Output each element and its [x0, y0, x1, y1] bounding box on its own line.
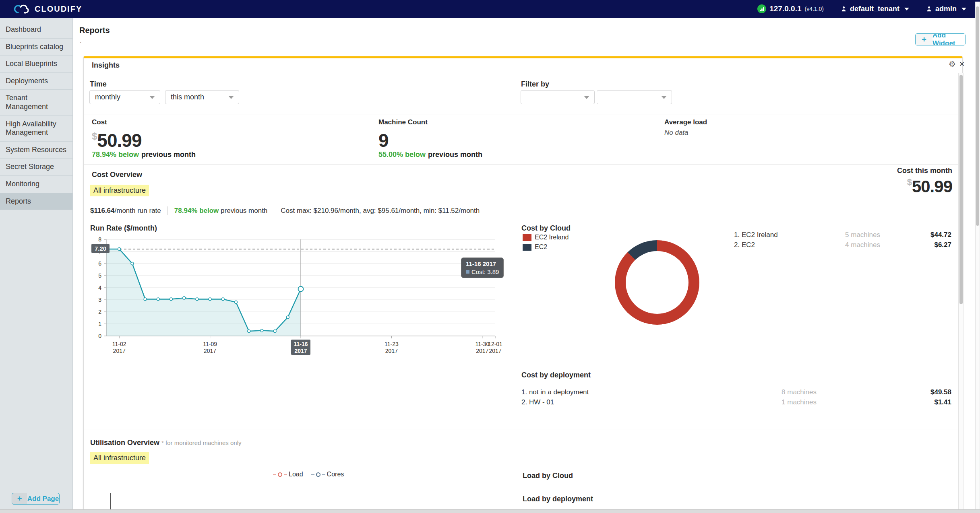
manager-version: (v4.1.0)	[805, 6, 824, 12]
user-menu[interactable]: admin	[926, 5, 966, 13]
widget-close-icon[interactable]: ✕	[959, 60, 965, 68]
cost-by-deployment-title: Cost by deployment	[521, 371, 591, 379]
time-granularity-select[interactable]: monthly	[89, 90, 160, 104]
sidebar-item-system-resources[interactable]: System Resources	[0, 142, 72, 159]
threshold-badge: 7.20	[91, 244, 110, 253]
table-row: 2. HW - 011 machines$1.41	[521, 397, 951, 407]
sidebar: DashboardBlueprints catalogLocal Bluepri…	[0, 18, 73, 513]
legend-circle-icon	[278, 472, 282, 477]
legend-item-load[interactable]: Load	[273, 471, 303, 478]
cost-stat-label: Cost	[92, 118, 107, 126]
svg-text:2017: 2017	[113, 348, 126, 354]
row-name: 1. not in a deployment	[521, 388, 716, 396]
manager-status[interactable]: 127.0.0.1 (v4.1.0)	[757, 4, 824, 13]
manager-ip: 127.0.0.1	[769, 4, 801, 13]
series-swatch-icon	[466, 270, 469, 274]
add-page-button[interactable]: + Add Page	[12, 493, 60, 505]
legend-swatch-icon	[523, 234, 531, 241]
run-rate-chart[interactable]: 01234567811-02201711-09201711-16201711-2…	[81, 233, 515, 361]
svg-text:11-30: 11-30	[475, 341, 489, 347]
sidebar-item-deployments[interactable]: Deployments	[0, 73, 72, 90]
legend-line-icon	[284, 474, 287, 475]
time-range-value: this month	[171, 93, 204, 101]
add-widget-button[interactable]: + Add Widget	[915, 33, 966, 45]
cost-overview-title: Cost Overview	[92, 171, 142, 179]
cost-stat-delta: 78.94% belowprevious month	[92, 150, 196, 159]
row-value: $6.27	[880, 241, 951, 249]
cost-stat-value: $50.99	[92, 131, 141, 150]
header-divider	[79, 50, 966, 50]
chevron-down-icon	[961, 8, 966, 10]
widget-scrollbar-thumb[interactable]	[959, 75, 963, 304]
table-row: 1. EC2 Ireland5 machines$44.72	[734, 230, 951, 240]
donut-hole	[626, 251, 688, 314]
cost-by-cloud-title: Cost by Cloud	[521, 224, 571, 233]
sidebar-item-secret-storage[interactable]: Secret Storage	[0, 159, 72, 176]
chevron-down-icon	[904, 8, 909, 10]
svg-text:12-01: 12-01	[488, 341, 502, 347]
sidebar-item-tenant-management[interactable]: Tenant Management	[0, 90, 72, 115]
row-value: $1.41	[817, 398, 951, 406]
filter-by-select-2[interactable]	[597, 90, 672, 104]
cost-this-month-label: Cost this month	[751, 167, 952, 175]
row-machines: 1 machines	[716, 398, 817, 406]
run-rate-summary: $116.64/month run rate 78.94% below prev…	[90, 206, 480, 215]
legend-item-ec2-ireland[interactable]: EC2 Ireland	[523, 234, 569, 241]
time-label: Time	[90, 80, 107, 89]
page-scrollbar-thumb[interactable]	[976, 6, 979, 226]
tenant-menu[interactable]: default_tenant	[841, 5, 909, 13]
sidebar-item-blueprints-catalog[interactable]: Blueprints catalog	[0, 39, 72, 56]
svg-text:2017: 2017	[385, 348, 398, 354]
utilisation-legend: LoadCores	[273, 471, 344, 478]
legend-item-ec2[interactable]: EC2	[523, 243, 569, 251]
chevron-down-icon	[149, 96, 155, 99]
widget-header-divider	[84, 73, 962, 73]
tenant-name: default_tenant	[850, 5, 899, 13]
svg-text:2017: 2017	[489, 348, 501, 354]
widget-title: Insights	[92, 61, 120, 70]
legend-circle-icon	[316, 472, 320, 477]
add-widget-label: Add Widget	[932, 34, 965, 45]
legend-item-cores[interactable]: Cores	[311, 471, 344, 478]
user-name: admin	[935, 5, 957, 13]
widget-settings-gear-icon[interactable]: ⚙	[949, 59, 956, 69]
filter-by-label: Filter by	[521, 80, 549, 89]
svg-text:2017: 2017	[294, 348, 307, 354]
svg-text:6: 6	[98, 260, 101, 267]
legend-swatch-icon	[523, 244, 531, 251]
row-name: 2. HW - 01	[521, 398, 716, 406]
sidebar-menu: DashboardBlueprints catalogLocal Bluepri…	[0, 18, 72, 210]
row-value: $44.72	[880, 231, 951, 239]
cloudify-logo[interactable]: CLOUDIFY	[12, 2, 82, 15]
machine-count-label: Machine Count	[378, 118, 428, 126]
sidebar-item-local-blueprints[interactable]: Local Blueprints	[0, 56, 72, 73]
chart-tooltip: 11-16 2017 Cost: 3.89	[461, 258, 504, 278]
legend-line-icon	[273, 474, 276, 475]
svg-text:0: 0	[98, 333, 101, 339]
time-range-select[interactable]: this month	[165, 90, 239, 104]
status-health-icon	[757, 4, 766, 13]
svg-text:1: 1	[98, 321, 101, 327]
filter-by-select-1[interactable]	[521, 90, 595, 104]
sidebar-item-reports[interactable]: Reports	[0, 193, 72, 210]
page-dot: .	[80, 37, 81, 44]
sidebar-item-dashboard[interactable]: Dashboard	[0, 21, 72, 39]
average-load-value: No data	[664, 129, 688, 137]
svg-text:11-16: 11-16	[294, 341, 308, 347]
svg-text:11-02: 11-02	[112, 341, 126, 347]
row-machines: 5 machines	[816, 231, 880, 239]
sidebar-item-monitoring[interactable]: Monitoring	[0, 176, 72, 193]
svg-text:2: 2	[98, 309, 101, 315]
sidebar-item-high-availability-management[interactable]: High Availability Management	[0, 116, 72, 142]
svg-text:2017: 2017	[476, 348, 488, 354]
add-page-label: Add Page	[27, 493, 59, 504]
section-divider	[84, 429, 962, 429]
machine-count-delta: 55.00% belowprevious month	[378, 150, 482, 159]
top-bar: CLOUDIFY 127.0.0.1 (v4.1.0) default_tena…	[0, 0, 980, 18]
svg-text:5: 5	[98, 272, 101, 279]
svg-text:8: 8	[98, 236, 101, 243]
svg-text:3: 3	[98, 297, 101, 303]
horizontal-scrollbar[interactable]	[0, 509, 980, 513]
brand-name: CLOUDIFY	[35, 4, 82, 14]
user-person-icon	[926, 6, 932, 12]
